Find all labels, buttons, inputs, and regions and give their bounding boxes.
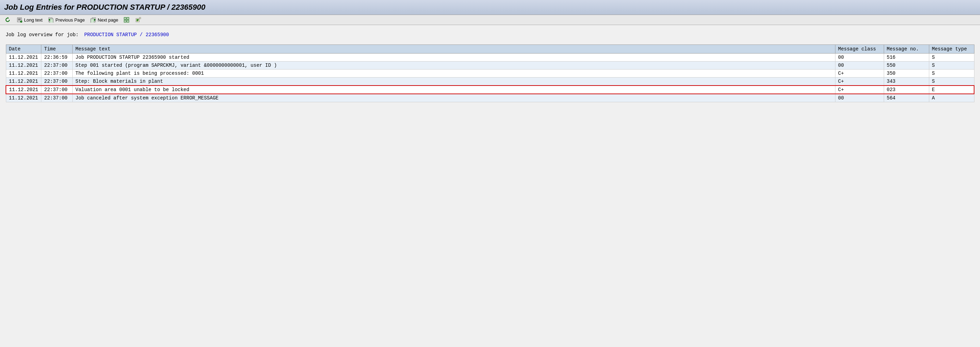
cell-time: 22:36:59 [41, 54, 73, 62]
table-row: 11.12.202122:37:00Job canceled after sys… [6, 94, 974, 102]
cell-message: Step: Block materials in plant [73, 78, 835, 86]
cell-class: 00 [835, 62, 884, 70]
grid-button[interactable] [122, 16, 132, 23]
cell-class: 00 [835, 94, 884, 102]
cell-no: 023 [884, 86, 929, 94]
svg-text:T: T [21, 21, 22, 22]
header-class: Message class [835, 45, 884, 54]
table-row: 11.12.202122:37:00Valuation area 0001 un… [6, 86, 974, 94]
cell-type: S [929, 54, 974, 62]
cell-type: S [929, 70, 974, 78]
cell-time: 22:37:00 [41, 78, 73, 86]
toolbar: T Long text Previous Page Next page [0, 15, 980, 25]
cell-time: 22:37:00 [41, 94, 73, 102]
cell-type: A [929, 94, 974, 102]
grid-icon [124, 17, 129, 22]
svg-marker-0 [8, 17, 9, 18]
svg-rect-15 [124, 20, 126, 22]
cell-no: 343 [884, 78, 929, 86]
header-date: Date [6, 45, 41, 54]
cell-no: 550 [884, 62, 929, 70]
svg-rect-8 [50, 19, 53, 22]
export-icon [135, 17, 141, 22]
cell-class: 00 [835, 54, 884, 62]
nextpage-button[interactable]: Next page [88, 16, 120, 23]
cell-date: 11.12.2021 [6, 86, 41, 94]
page-container: Job Log Entries for PRODUCTION STARTUP /… [0, 0, 980, 347]
cell-date: 11.12.2021 [6, 70, 41, 78]
table-header-row: Date Time Message text Message class Mes… [6, 45, 974, 54]
longtext-label: Long text [24, 18, 43, 22]
cell-time: 22:37:00 [41, 62, 73, 70]
cell-time: 22:37:00 [41, 70, 73, 78]
nextpage-label: Next page [98, 18, 118, 22]
cell-no: 564 [884, 94, 929, 102]
longtext-button[interactable]: T Long text [14, 16, 45, 23]
longtext-icon: T [17, 17, 22, 22]
content-area: Job log overview for job: PRODUCTION STA… [0, 25, 980, 109]
refresh-icon [5, 17, 10, 22]
overview-value: PRODUCTION STARTUP / 22365900 [84, 32, 169, 38]
refresh-button[interactable] [3, 16, 13, 23]
cell-date: 11.12.2021 [6, 54, 41, 62]
cell-class: C+ [835, 78, 884, 86]
log-table: Date Time Message text Message class Mes… [6, 45, 974, 102]
svg-rect-19 [139, 18, 141, 19]
table-row: 11.12.202122:36:59Job PRODUCTION STARTUP… [6, 54, 974, 62]
job-overview-line: Job log overview for job: PRODUCTION STA… [6, 32, 974, 38]
cell-type: S [929, 62, 974, 70]
cell-message: Job canceled after system exception ERRO… [73, 94, 835, 102]
cell-message: Job PRODUCTION STARTUP 22365900 started [73, 54, 835, 62]
cell-time: 22:37:00 [41, 86, 73, 94]
header-time: Time [41, 45, 73, 54]
cell-type: E [929, 86, 974, 94]
table-row: 11.12.202122:37:00Step 001 started (prog… [6, 62, 974, 70]
cell-class: C+ [835, 70, 884, 78]
prevpage-icon [48, 17, 54, 22]
prevpage-label: Previous Page [56, 18, 85, 22]
table-row: 11.12.202122:37:00The following plant is… [6, 70, 974, 78]
cell-date: 11.12.2021 [6, 62, 41, 70]
svg-rect-14 [127, 18, 129, 19]
cell-class: C+ [835, 86, 884, 94]
cell-message: Step 001 started (program SAPRCKMJ, vari… [73, 62, 835, 70]
cell-message: Valuation area 0001 unable to be locked [73, 86, 835, 94]
header-type: Message type [929, 45, 974, 54]
header-message: Message text [73, 45, 835, 54]
cell-date: 11.12.2021 [6, 94, 41, 102]
page-title: Job Log Entries for PRODUCTION STARTUP /… [4, 3, 205, 11]
svg-rect-11 [91, 19, 94, 22]
cell-no: 516 [884, 54, 929, 62]
svg-rect-16 [127, 20, 129, 22]
cell-no: 350 [884, 70, 929, 78]
table-row: 11.12.202122:37:00Step: Block materials … [6, 78, 974, 86]
title-bar: Job Log Entries for PRODUCTION STARTUP /… [0, 0, 980, 15]
export-button[interactable] [134, 16, 144, 23]
svg-rect-13 [124, 18, 126, 19]
header-no: Message no. [884, 45, 929, 54]
prevpage-button[interactable]: Previous Page [46, 16, 87, 23]
nextpage-icon [91, 17, 96, 22]
overview-label: Job log overview for job: [6, 32, 78, 38]
cell-type: S [929, 78, 974, 86]
cell-date: 11.12.2021 [6, 78, 41, 86]
cell-message: The following plant is being processed: … [73, 70, 835, 78]
